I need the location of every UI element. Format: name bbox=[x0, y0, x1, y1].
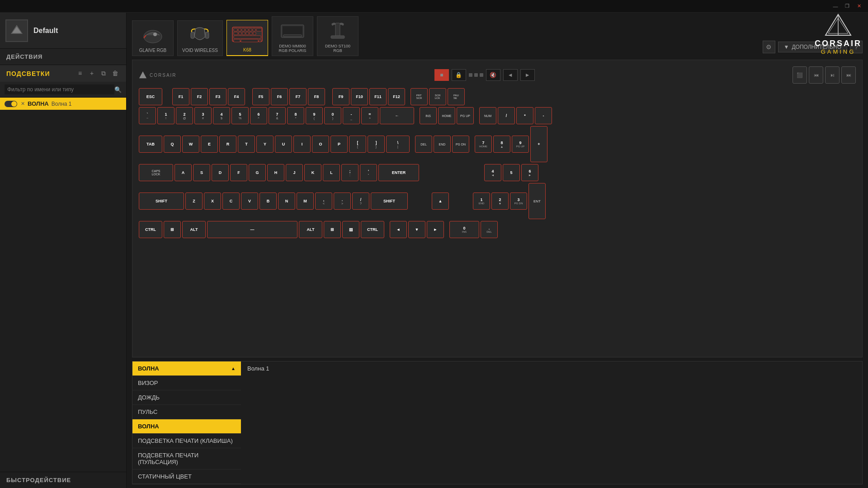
key-e[interactable]: E bbox=[201, 136, 218, 153]
mute-button[interactable]: 🔇 bbox=[486, 69, 500, 81]
lock-button[interactable]: 🔒 bbox=[452, 69, 466, 81]
key-backtick[interactable]: `~ bbox=[139, 107, 156, 124]
device-tab-k68[interactable]: K68 bbox=[226, 20, 268, 56]
key-f12[interactable]: F12 bbox=[388, 88, 405, 105]
key-f2[interactable]: F2 bbox=[191, 88, 208, 105]
settings-button[interactable]: ⚙ bbox=[763, 41, 775, 53]
key-f3[interactable]: F3 bbox=[209, 88, 226, 105]
key-num4[interactable]: 4◄ bbox=[484, 164, 501, 181]
key-8[interactable]: 8* bbox=[287, 107, 304, 124]
key-period[interactable]: .> bbox=[334, 192, 351, 210]
delete-effect-button[interactable]: 🗑 bbox=[111, 70, 120, 77]
key-s[interactable]: S bbox=[193, 164, 210, 181]
key-c[interactable]: C bbox=[222, 192, 240, 210]
key-numminus[interactable]: - bbox=[535, 107, 552, 124]
key-3[interactable]: 3# bbox=[194, 107, 212, 124]
key-7[interactable]: 7& bbox=[269, 107, 286, 124]
key-num2[interactable]: 2▼ bbox=[491, 192, 509, 210]
key-numlock[interactable]: NUM bbox=[479, 107, 496, 124]
key-backspace[interactable]: ← bbox=[380, 107, 414, 124]
key-i[interactable]: I bbox=[293, 136, 311, 153]
effect-list-item[interactable]: ✕ ВОЛНА Волна 1 bbox=[0, 98, 126, 110]
key-f4[interactable]: F4 bbox=[228, 88, 245, 105]
key-pause[interactable]: PAUSE bbox=[448, 88, 465, 105]
key-k[interactable]: K bbox=[304, 164, 321, 181]
key-end[interactable]: END bbox=[434, 136, 451, 153]
key-insert[interactable]: INS bbox=[420, 107, 437, 124]
dropdown-item-volna-selected[interactable]: ВОЛНА bbox=[132, 419, 241, 434]
dropdown-item-dozhd[interactable]: ДОЖДЬ bbox=[132, 390, 241, 405]
key-a[interactable]: A bbox=[175, 164, 192, 181]
device-tab-mm800[interactable]: DEMO MM800 RGB POLARIS bbox=[272, 16, 313, 56]
key-num5[interactable]: 5 bbox=[503, 164, 520, 181]
key-menu[interactable]: ▤ bbox=[342, 221, 359, 238]
add-effect-button[interactable]: + bbox=[87, 70, 96, 77]
device-tab-glaive[interactable]: GLAIVE RGB bbox=[132, 20, 174, 56]
key-f10[interactable]: F10 bbox=[351, 88, 368, 105]
key-f9[interactable]: F9 bbox=[332, 88, 349, 105]
key-num6[interactable]: 6► bbox=[521, 164, 538, 181]
key-numstar[interactable]: * bbox=[516, 107, 533, 124]
key-space[interactable]: — bbox=[207, 221, 297, 238]
key-f6[interactable]: F6 bbox=[271, 88, 288, 105]
key-numplus[interactable]: + bbox=[530, 126, 547, 162]
vol-down-button[interactable]: ◄ bbox=[503, 69, 518, 81]
key-lbracket[interactable]: [{ bbox=[349, 136, 366, 153]
device-tab-void[interactable]: VOID WIRELESS bbox=[177, 20, 223, 56]
key-m[interactable]: M bbox=[297, 192, 314, 210]
minimize-button[interactable]: — bbox=[830, 2, 841, 11]
key-p[interactable]: P bbox=[330, 136, 348, 153]
key-num0[interactable]: 0INS bbox=[449, 221, 479, 238]
media-prev[interactable]: ⏮ bbox=[809, 66, 823, 84]
key-t[interactable]: T bbox=[238, 136, 255, 153]
key-g[interactable]: G bbox=[249, 164, 266, 181]
key-f8[interactable]: F8 bbox=[308, 88, 325, 105]
key-9[interactable]: 9( bbox=[306, 107, 323, 124]
key-u[interactable]: U bbox=[275, 136, 292, 153]
key-home[interactable]: HOME bbox=[438, 107, 455, 124]
key-arrow-down[interactable]: ▼ bbox=[408, 221, 425, 238]
key-tab[interactable]: TAB bbox=[139, 136, 162, 153]
key-num8[interactable]: 8▲ bbox=[493, 136, 510, 153]
dropdown-item-print-pulse[interactable]: ПОДСВЕТКА ПЕЧАТИ (ПУЛЬСАЦИЯ) bbox=[132, 448, 241, 469]
key-z[interactable]: Z bbox=[185, 192, 203, 210]
key-semicolon[interactable]: ;: bbox=[341, 164, 359, 181]
media-stop[interactable]: ⬛ bbox=[793, 66, 807, 84]
key-arrow-right[interactable]: ► bbox=[427, 221, 444, 238]
dropdown-item-volna-active[interactable]: ВОЛНА ▲ bbox=[132, 361, 241, 376]
key-num3[interactable]: 3PG DN bbox=[510, 192, 527, 210]
key-d[interactable]: D bbox=[212, 164, 229, 181]
key-n[interactable]: N bbox=[278, 192, 295, 210]
key-rwin[interactable]: ⊞ bbox=[324, 221, 341, 238]
key-pgdn[interactable]: PG DN bbox=[452, 136, 469, 153]
key-f[interactable]: F bbox=[230, 164, 247, 181]
key-numslash[interactable]: / bbox=[498, 107, 515, 124]
key-ralt[interactable]: ALT bbox=[299, 221, 322, 238]
key-esc[interactable]: ESC bbox=[139, 88, 162, 105]
key-prtsc[interactable]: PRTSCR bbox=[410, 88, 428, 105]
key-minus[interactable]: -_ bbox=[343, 107, 360, 124]
key-q[interactable]: Q bbox=[164, 136, 181, 153]
effect-toggle[interactable] bbox=[5, 101, 17, 107]
dropdown-item-print-key[interactable]: ПОДСВЕТКА ПЕЧАТИ (КЛАВИША) bbox=[132, 434, 241, 448]
key-2[interactable]: 2@ bbox=[176, 107, 193, 124]
key-0[interactable]: 0) bbox=[324, 107, 341, 124]
key-rshift[interactable]: SHIFT bbox=[371, 192, 408, 210]
media-next[interactable]: ⏭ bbox=[841, 66, 856, 84]
key-num9[interactable]: 9PG UP bbox=[512, 136, 529, 153]
key-enter[interactable]: ENTER bbox=[378, 164, 419, 181]
stop-button[interactable]: ■ bbox=[434, 69, 449, 81]
key-num1[interactable]: 1END bbox=[473, 192, 490, 210]
key-x[interactable]: X bbox=[204, 192, 221, 210]
key-lshift[interactable]: SHIFT bbox=[139, 192, 184, 210]
key-f1[interactable]: F1 bbox=[172, 88, 189, 105]
key-quote[interactable]: '" bbox=[360, 164, 377, 181]
media-play[interactable]: ⏯ bbox=[825, 66, 840, 84]
key-capslock[interactable]: CAPSLOCK bbox=[139, 164, 173, 181]
key-arrow-up[interactable]: ▲ bbox=[432, 192, 449, 210]
key-f5[interactable]: F5 bbox=[252, 88, 269, 105]
dropdown-item-vizor[interactable]: ВИЗОР bbox=[132, 376, 241, 390]
key-j[interactable]: J bbox=[286, 164, 303, 181]
key-w[interactable]: W bbox=[182, 136, 199, 153]
key-r[interactable]: R bbox=[219, 136, 236, 153]
